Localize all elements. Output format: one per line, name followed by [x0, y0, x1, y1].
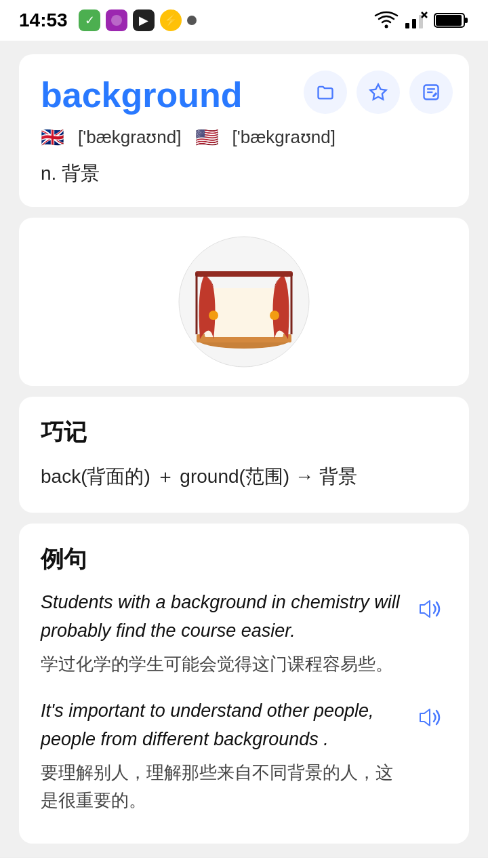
word-illustration	[176, 234, 312, 370]
example-text-2: It's important to understand other peopl…	[41, 697, 401, 814]
note-icon	[422, 83, 441, 102]
svg-point-28	[270, 311, 279, 320]
svg-point-9	[385, 25, 388, 28]
svg-point-3	[111, 15, 122, 26]
app-icon-yellow: ⚡	[160, 9, 182, 31]
us-flag: 🇺🇸	[195, 126, 219, 149]
example-item-2: It's important to understand other peopl…	[41, 697, 447, 814]
example-text-1: Students with a background in chemistry …	[41, 589, 401, 678]
note-button[interactable]	[409, 71, 453, 114]
sound-button-1[interactable]	[412, 591, 447, 629]
mnemonic-text: back(背面的) ＋ ground(范围) → 背景	[41, 462, 447, 492]
wifi-icon	[374, 11, 399, 30]
app-icons: ✓ ▶ ⚡	[79, 9, 197, 31]
svg-text:▶: ▶	[139, 14, 148, 27]
pronunciation-row: 🇬🇧 ['bækgraʊnd] 🇺🇸 ['bækgraʊnd]	[41, 126, 447, 149]
folder-icon	[316, 83, 335, 102]
svg-rect-10	[405, 23, 409, 28]
folder-button[interactable]	[304, 71, 347, 114]
example-item-1: Students with a background in chemistry …	[41, 589, 447, 678]
svg-rect-17	[436, 15, 462, 26]
word-definition: n. 背景	[41, 161, 447, 186]
app-icon-purple	[106, 9, 127, 31]
status-time: 14:53	[19, 9, 68, 31]
examples-card: 例句 Students with a background in chemist…	[19, 524, 469, 844]
examples-title: 例句	[41, 544, 447, 575]
svg-point-8	[187, 16, 197, 25]
app-icon-dark: ▶	[133, 9, 155, 31]
svg-text:⚡: ⚡	[163, 13, 179, 28]
svg-rect-11	[412, 19, 416, 28]
example-zh-1: 学过化学的学生可能会觉得这门课程容易些。	[41, 650, 401, 677]
bottom-toolbar: 继续	[0, 857, 488, 868]
star-icon	[369, 83, 388, 102]
us-phonetic: ['bækgraʊnd]	[232, 127, 336, 148]
signal-icon	[404, 11, 428, 30]
app-icon-green: ✓	[79, 9, 100, 31]
uk-flag: 🇬🇧	[41, 126, 64, 149]
mnemonic-title: 巧记	[41, 417, 447, 448]
svg-rect-26	[195, 271, 293, 277]
example-en-1: Students with a background in chemistry …	[41, 589, 401, 646]
sound-button-2[interactable]	[412, 700, 447, 737]
svg-marker-18	[370, 84, 386, 99]
status-bar: 14:53 ✓ ▶ ⚡	[0, 0, 488, 41]
image-card	[19, 218, 469, 386]
svg-rect-16	[464, 18, 468, 23]
action-buttons	[304, 71, 453, 114]
speaker-icon-1	[415, 594, 445, 624]
notification-dot	[187, 16, 197, 25]
svg-text:✓: ✓	[84, 14, 94, 27]
battery-icon	[434, 11, 469, 30]
main-content: background 🇬🇧 ['bækgraʊnd] 🇺🇸 ['bækgraʊn…	[0, 41, 488, 857]
word-header-card: background 🇬🇧 ['bækgraʊnd] 🇺🇸 ['bækgraʊn…	[19, 54, 469, 207]
mnemonic-card: 巧记 back(背面的) ＋ ground(范围) → 背景	[19, 397, 469, 513]
svg-point-27	[209, 311, 218, 320]
star-button[interactable]	[357, 71, 400, 114]
status-right-icons	[374, 11, 469, 30]
speaker-icon-2	[415, 703, 445, 732]
example-zh-2: 要理解别人，理解那些来自不同背景的人，这是很重要的。	[41, 759, 401, 814]
example-en-2: It's important to understand other peopl…	[41, 697, 401, 754]
uk-phonetic: ['bækgraʊnd]	[78, 127, 182, 148]
